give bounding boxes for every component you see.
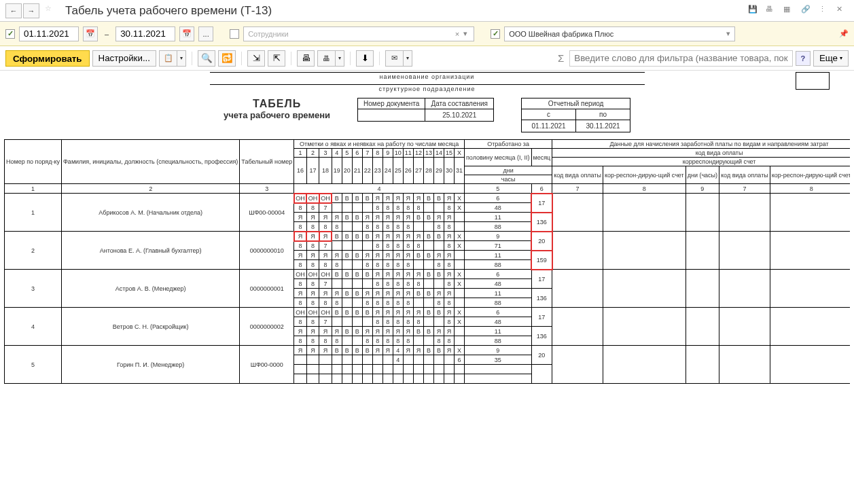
more-button[interactable]: Еще ▾: [813, 50, 849, 67]
print-button[interactable]: 🖶: [297, 50, 315, 67]
help-button[interactable]: ?: [796, 51, 811, 66]
close-icon[interactable]: ✕: [836, 5, 849, 17]
calc-icon[interactable]: ▦: [783, 5, 796, 17]
org-value: ООО Швейная фабрика Плюс: [509, 30, 613, 38]
org-dropdown-icon[interactable]: ▾: [726, 29, 730, 38]
email-button[interactable]: ✉▾: [385, 50, 412, 67]
report-area[interactable]: наименование организации структурное под…: [0, 71, 854, 504]
variants-button[interactable]: 📋▾: [159, 50, 186, 67]
org-checkbox[interactable]: [491, 29, 500, 39]
date-to-calendar-icon[interactable]: 📅: [179, 26, 194, 41]
print-icon[interactable]: 🖶: [766, 5, 778, 17]
org-caption: наименование организации: [210, 72, 645, 80]
period-picker-button[interactable]: ...: [198, 26, 213, 41]
filter-input[interactable]: [569, 50, 793, 67]
timesheet-grid: Номер по поряд-куФамилия, инициалы, долж…: [4, 139, 850, 384]
date-to-input[interactable]: [115, 26, 175, 41]
expand-button[interactable]: ⇲: [247, 50, 265, 67]
date-checkbox[interactable]: [5, 29, 15, 39]
employees-field[interactable]: Сотрудники × ▾: [243, 26, 474, 41]
employees-placeholder: Сотрудники: [248, 30, 289, 38]
more-icon[interactable]: ⋮: [819, 5, 831, 17]
settings-button[interactable]: Настройки...: [92, 50, 156, 67]
okud-box: [796, 72, 830, 90]
doc-meta-box: Номер документаДата составления 25.10.20…: [357, 98, 494, 122]
org-field[interactable]: ООО Швейная фабрика Плюс ▾: [504, 26, 735, 41]
page-title: Табель учета рабочего времени (Т-13): [65, 4, 272, 18]
find-next-button[interactable]: 🔂: [218, 50, 236, 67]
find-button[interactable]: 🔍: [198, 50, 215, 67]
forward-button[interactable]: →: [23, 3, 39, 18]
employees-clear-icon[interactable]: ×: [453, 30, 461, 38]
period-box: Отчетный период спо 01.11.202130.11.2021: [521, 98, 630, 132]
report-title: ТАБЕЛЬ учета рабочего времени: [224, 98, 330, 120]
employees-checkbox[interactable]: [230, 29, 239, 39]
employees-dropdown-icon[interactable]: ▾: [461, 29, 469, 38]
print-split-button[interactable]: 🖶▾: [317, 50, 344, 67]
back-button[interactable]: ←: [5, 3, 22, 18]
form-button[interactable]: Сформировать: [5, 50, 90, 67]
filterbar: 📅 – 📅 ... Сотрудники × ▾ ООО Швейная фаб…: [0, 22, 854, 46]
save-icon[interactable]: 💾: [748, 5, 760, 17]
sum-icon[interactable]: Σ: [558, 52, 564, 64]
link-icon[interactable]: 🔗: [801, 5, 813, 17]
favorite-icon[interactable]: ☆: [45, 4, 58, 18]
titlebar: ← → ☆ Табель учета рабочего времени (Т-1…: [0, 0, 854, 22]
date-from-input[interactable]: [19, 26, 79, 41]
collapse-button[interactable]: ⇱: [268, 50, 285, 67]
toolbar: Сформировать Настройки... 📋▾ 🔍 🔂 ⇲ ⇱ 🖶 🖶…: [0, 46, 854, 71]
save-report-button[interactable]: ⬇: [356, 50, 374, 67]
date-from-calendar-icon[interactable]: 📅: [83, 26, 98, 41]
dept-caption: структурное подразделение: [210, 84, 645, 92]
pin-icon[interactable]: 📌: [839, 29, 849, 38]
